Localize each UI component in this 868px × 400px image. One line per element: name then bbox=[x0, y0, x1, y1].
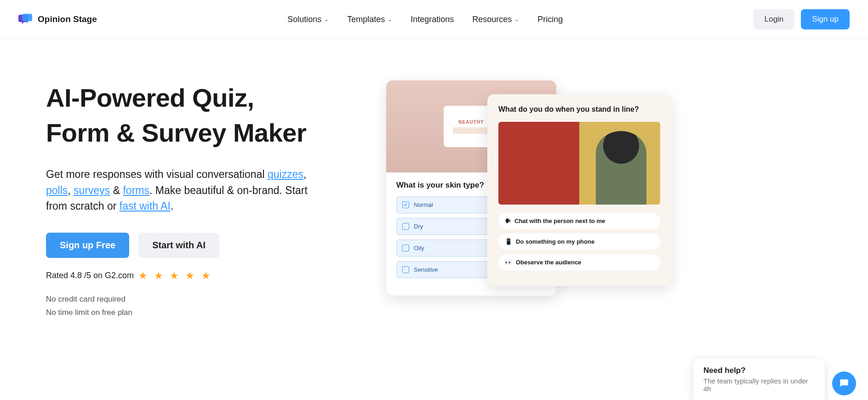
link-quizzes[interactable]: quizzes bbox=[268, 168, 303, 180]
header: Opinion Stage Solutions⌄ Templates⌄ Inte… bbox=[0, 0, 868, 39]
chat-subtitle: The team typically replies in under 4h bbox=[703, 377, 815, 393]
hero-notes: No credit card required No time limit on… bbox=[46, 293, 368, 320]
cta-row: Sign up Free Start with AI bbox=[46, 233, 368, 258]
logo-icon bbox=[18, 13, 33, 26]
person-image bbox=[498, 122, 660, 205]
hero-subtitle: Get more responses with visual conversat… bbox=[46, 166, 331, 214]
signup-button[interactable]: Sign up bbox=[801, 9, 850, 29]
note-no-limit: No time limit on free plan bbox=[46, 306, 368, 320]
checkbox-icon bbox=[402, 245, 409, 251]
star-icons: ★ ★ ★ ★ ★ bbox=[138, 270, 212, 282]
page-title: AI-Powered Quiz, Form & Survey Maker bbox=[46, 80, 368, 150]
chat-icon bbox=[838, 377, 850, 389]
nav-templates[interactable]: Templates⌄ bbox=[347, 15, 392, 24]
note-no-card: No credit card required bbox=[46, 293, 368, 306]
link-polls[interactable]: polls bbox=[46, 184, 68, 196]
link-forms[interactable]: forms bbox=[123, 184, 149, 196]
chevron-down-icon: ⌄ bbox=[514, 16, 519, 23]
checkbox-icon bbox=[402, 266, 409, 273]
nav-integrations[interactable]: Integrations bbox=[411, 15, 454, 24]
nav-solutions[interactable]: Solutions⌄ bbox=[287, 15, 329, 24]
chat-title: Need help? bbox=[703, 366, 815, 375]
brand-name: Opinion Stage bbox=[38, 14, 97, 24]
checkbox-icon bbox=[402, 223, 409, 230]
answer-chat[interactable]: 🗣Chat with the person next to me bbox=[498, 213, 660, 229]
rating-text: Rated 4.8 /5 on G2.com bbox=[46, 271, 134, 280]
rating: Rated 4.8 /5 on G2.com ★ ★ ★ ★ ★ bbox=[46, 270, 368, 282]
example-card-line: What do you do when you stand in line? 🗣… bbox=[487, 94, 671, 286]
speak-icon: 🗣 bbox=[505, 217, 511, 224]
answer-observe[interactable]: 👀Obeserve the audience bbox=[498, 254, 660, 270]
logo[interactable]: Opinion Stage bbox=[18, 13, 97, 26]
chevron-down-icon: ⌄ bbox=[388, 16, 392, 23]
chat-launcher-button[interactable] bbox=[832, 371, 856, 395]
checkbox-icon bbox=[402, 201, 409, 208]
link-surveys[interactable]: surveys bbox=[74, 184, 110, 196]
auth-buttons: Login Sign up bbox=[754, 9, 850, 29]
chat-popup[interactable]: Need help? The team typically replies in… bbox=[693, 359, 825, 400]
eyes-icon: 👀 bbox=[505, 259, 512, 266]
nav-resources[interactable]: Resources⌄ bbox=[472, 15, 519, 24]
login-button[interactable]: Login bbox=[754, 9, 795, 29]
hero: AI-Powered Quiz, Form & Survey Maker Get… bbox=[0, 39, 868, 319]
phone-icon: 📱 bbox=[505, 238, 512, 245]
chevron-down-icon: ⌄ bbox=[324, 16, 329, 23]
nav-pricing[interactable]: Pricing bbox=[537, 15, 563, 24]
link-fast-ai[interactable]: fast with AI bbox=[120, 200, 171, 212]
hero-illustration: NEAUTHY What is your skin type? Normal D… bbox=[386, 80, 822, 319]
hero-text: AI-Powered Quiz, Form & Survey Maker Get… bbox=[46, 80, 368, 319]
start-with-ai-button[interactable]: Start with AI bbox=[138, 233, 219, 258]
line-question: What do you do when you stand in line? bbox=[498, 105, 660, 114]
signup-free-button[interactable]: Sign up Free bbox=[46, 233, 129, 258]
chat-widget: Need help? The team typically replies in… bbox=[693, 359, 856, 400]
main-nav: Solutions⌄ Templates⌄ Integrations Resou… bbox=[287, 15, 563, 24]
answer-phone[interactable]: 📱Do something on my phone bbox=[498, 234, 660, 250]
